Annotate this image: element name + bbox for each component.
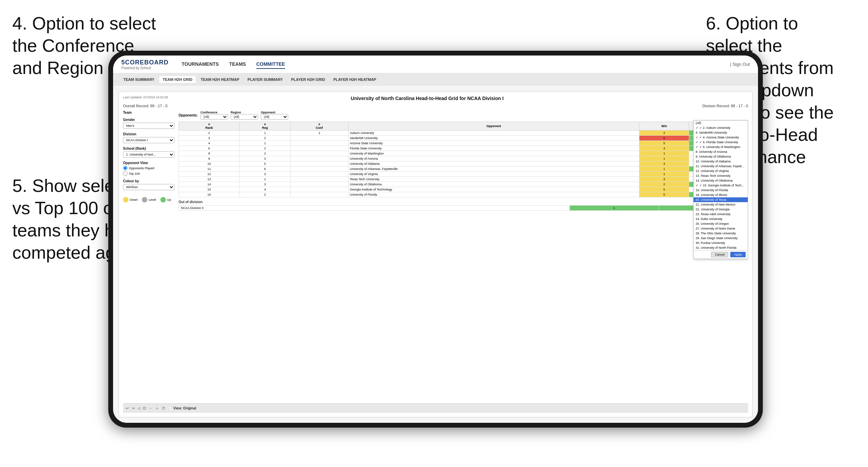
opponent-filter-section: Opponent (All) [261,111,288,120]
radio-top100[interactable]: Top 100 [123,171,174,176]
nav-committee[interactable]: COMMITTEE [256,60,285,69]
dropdown-item[interactable]: 23. Texas A&M University [694,212,748,217]
cell-opponent: Georgia Institute of Technology [348,187,639,192]
report-meta: Last Updated: 4/7/2024 16:53:38 [123,96,168,99]
cell-conf [291,177,349,182]
nav-tournaments[interactable]: TOURNAMENTS [182,60,219,69]
logo: 5COREBOARD [121,59,169,66]
gender-select[interactable]: Men's [123,123,174,129]
dropdown-item[interactable]: 30. Purdue University [694,241,748,245]
cell-conf [291,136,349,141]
nav-links: TOURNAMENTS TEAMS COMMITTEE [182,60,730,69]
cell-win: 5 [639,141,689,146]
division-select[interactable]: NCAA Division I [123,137,174,143]
dropdown-item[interactable]: (All) [694,121,748,125]
radio-opponents-played-input[interactable] [123,166,127,170]
dropdown-item[interactable]: 18. University of Illinois [694,193,748,197]
toolbar-clock[interactable]: ⏱ [162,406,166,410]
dropdown-panel-buttons: Cancel Apply [694,250,748,259]
subnav-team-h2h-grid[interactable]: TEAM H2H GRID [159,76,196,83]
dropdown-item[interactable]: 27. University of Notre Dame [694,226,748,231]
logo-sub: Powered by School [121,66,171,70]
cell-opponent: University of Arkansas, Fayetteville [348,167,639,172]
report-main: Opponents: Conference (All) Region [179,111,748,403]
toolbar-plus[interactable]: ＋ [155,406,159,411]
radio-opponents-played-label: Opponents Played [129,167,154,170]
dropdown-item[interactable]: 12. University of Virginia [694,169,748,173]
dropdown-item[interactable]: 21. University of New Mexico [694,202,748,207]
overall-record: Overall Record: 89 - 17 - 0 [123,104,168,108]
subnav-player-h2h-grid[interactable]: PLAYER H2H GRID [288,76,328,83]
dropdown-item[interactable]: 25. University of Oregon [694,221,748,226]
toolbar-minus[interactable]: － [149,406,152,411]
cell-reg: 2 [240,192,291,197]
report-sidebar: Team Gender Men's Division [123,111,174,403]
table-scroll[interactable]: #Rank #Reg #Conf Opponent Win Loss [179,122,748,403]
apply-button[interactable]: Apply [730,252,746,257]
cell-opponent: Vanderbilt University [348,136,639,141]
opponent-dropdown-panel[interactable]: (All)✓ 2. Auburn University3. Vanderbilt… [693,120,748,259]
cancel-button[interactable]: Cancel [711,252,728,257]
conference-filter-select[interactable]: (All) [200,114,228,120]
radio-opponents-played[interactable]: Opponents Played [123,166,174,170]
colour-by-select[interactable]: Win/loss [123,184,174,190]
dropdown-item[interactable]: 9. University of Oklahoma [694,154,748,159]
cell-opponent: Texas Tech University [348,177,639,182]
dropdown-item[interactable]: 22. University of Georgia [694,207,748,212]
dropdown-item[interactable]: 3. Vanderbilt University [694,130,748,135]
cell-rank: 9 [179,156,240,161]
dropdown-item[interactable]: ✓ 4. Arizona State University [694,135,748,140]
opponent-filter-select[interactable]: (All) [261,114,288,120]
dropdown-item[interactable]: ✓ 15. Georgia Institute of Technology [694,183,748,188]
sidebar-opponent-view: Opponent View Opponents Played Top 100 [123,161,174,176]
dropdown-item[interactable]: 10. University of Alabama [694,159,748,164]
region-filter-title: Region [231,111,258,114]
dropdown-item[interactable]: 28. The Ohio State University [694,231,748,236]
dropdown-item[interactable]: ✓ 6. University of Washington [694,145,748,149]
opponent-filter-title: Opponent [261,111,288,114]
cell-rank: 14 [179,182,240,187]
toolbar-undo[interactable]: ↩ [126,406,129,410]
col-rank: #Rank [179,122,240,131]
cell-win: 2 [639,131,689,136]
region-filter-select[interactable]: (All) [231,114,258,120]
dropdown-item[interactable]: 20. University of Texas [694,197,748,202]
cell-rank: 8 [179,151,240,156]
dropdown-item[interactable]: 31. University of North Florida [694,245,748,250]
table-row: 15 4 Georgia Institute of Technology 5 0 [179,187,748,192]
dropdown-item[interactable]: 24. Duke University [694,217,748,221]
subnav-team-h2h-heatmap[interactable]: TEAM H2H HEATMAP [197,76,243,83]
sidebar-gender-section: Gender Men's [123,118,174,129]
dropdown-item[interactable]: 16. University of Florida [694,188,748,193]
dropdown-item[interactable]: 29. San Diego State University [694,236,748,241]
subnav-player-h2h-heatmap[interactable]: PLAYER H2H HEATMAP [330,76,380,83]
cell-conf [291,167,349,172]
cell-win: 1 [639,156,689,161]
cell-opponent: University of Arizona [348,156,639,161]
dropdown-item[interactable]: 8. University of Arizona [694,149,748,154]
dropdown-item[interactable]: ✓ 2. Auburn University [694,125,748,130]
toolbar-crop[interactable]: ⊡ [143,406,146,410]
cell-reg: 2 [240,151,291,156]
cell-conf [291,146,349,151]
cell-conf [291,187,349,192]
subnav-team-summary[interactable]: TEAM SUMMARY [120,76,158,83]
cell-reg: 1 [240,131,291,136]
cell-rank: 12 [179,172,240,177]
nav-sign-out[interactable]: | Sign Out [730,62,750,67]
subnav-player-summary[interactable]: PLAYER SUMMARY [244,76,286,83]
dropdown-item[interactable]: ✓ 5. Florida State University [694,140,748,145]
dropdown-item[interactable]: 13. Texas Tech University [694,173,748,178]
table-row: 14 3 University of Oklahoma 2 2 [179,182,748,187]
radio-top100-input[interactable] [123,171,127,176]
cell-opponent: Auburn University [348,131,639,136]
nav-teams[interactable]: TEAMS [229,60,246,69]
toolbar-back[interactable]: ◁ [137,406,140,410]
toolbar-redo[interactable]: ↪ [132,406,135,410]
dropdown-item[interactable]: 11. University of Arkansas, Fayetteville [694,164,748,169]
conference-filter-section: Conference (All) [200,111,228,120]
dropdown-item[interactable]: 14. University of Oklahoma [694,178,748,183]
cell-rank: 3 [179,136,240,141]
school-select[interactable]: 1. University of Nort... [123,151,174,158]
sidebar-division-label: Division [123,132,174,136]
